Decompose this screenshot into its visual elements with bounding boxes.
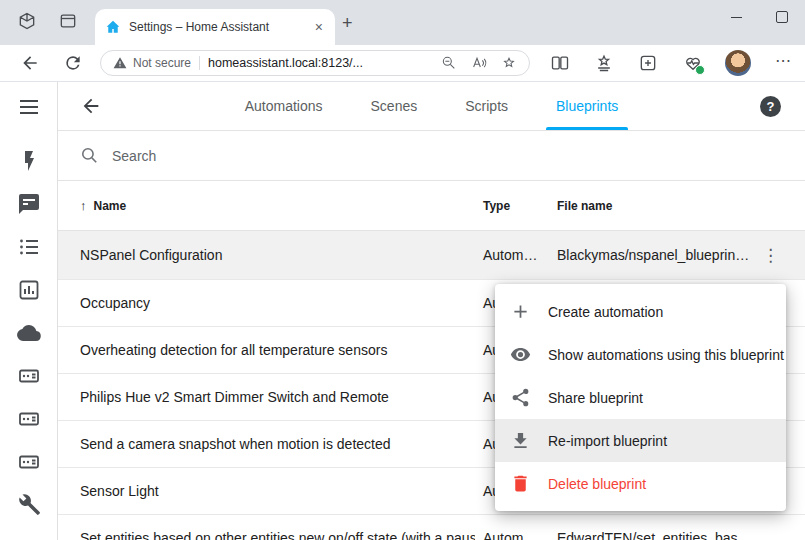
cloud-icon[interactable] [17, 321, 41, 345]
lightning-icon[interactable] [17, 149, 41, 173]
sort-ascending-icon: ↑ [80, 198, 87, 213]
address-bar[interactable]: Not secure homeassistant.local:8123/... [100, 50, 530, 76]
column-name-label: Name [94, 199, 127, 213]
row-type: Autom… [483, 247, 537, 263]
row-file-name: EdwardTEN/set_entities_bas… [557, 530, 752, 540]
minimize-icon [731, 17, 742, 18]
tab-actions-icon[interactable] [58, 11, 80, 33]
security-label[interactable]: Not secure [133, 56, 191, 70]
search-placeholder: Search [112, 148, 156, 164]
server-icon-3[interactable] [17, 450, 41, 474]
table-header: ↑ Name Type File name [58, 181, 805, 231]
address-divider [199, 56, 200, 70]
favorites-hub-icon[interactable] [594, 53, 614, 73]
menu-item-label: Delete blueprint [548, 476, 646, 492]
essentials-status-badge [695, 65, 705, 75]
row-name: Overheating detection for all temperatur… [80, 342, 475, 358]
chat-icon[interactable] [17, 192, 41, 216]
workspaces-icon[interactable] [17, 11, 39, 33]
home-assistant-favicon [105, 19, 121, 35]
row-file-name: Blackymas/nspanel_blueprin… [557, 247, 749, 263]
url-text[interactable]: homeassistant.local:8123/... [208, 56, 363, 70]
share-icon [510, 387, 531, 408]
search-input[interactable]: Search [58, 131, 805, 181]
trash-icon [510, 473, 531, 494]
browser-titlebar: Settings – Home Assistant × + [0, 0, 805, 45]
server-icon-1[interactable] [17, 364, 41, 388]
ha-tab-bar: Automations Scenes Scripts Blueprints [58, 82, 805, 130]
help-icon[interactable]: ? [760, 96, 781, 117]
search-icon [80, 146, 99, 165]
column-header-type[interactable]: Type [483, 181, 510, 230]
menu-item-label: Create automation [548, 304, 663, 320]
menu-hamburger-icon[interactable] [17, 95, 41, 119]
row-overflow-menu-icon[interactable]: ⋮ [756, 243, 785, 268]
zoom-icon[interactable] [441, 55, 457, 71]
plus-icon [510, 301, 531, 322]
tab-scenes[interactable]: Scenes [347, 82, 442, 130]
new-tab-button[interactable]: + [342, 13, 353, 33]
tab-automations[interactable]: Automations [221, 82, 347, 130]
ha-sidebar [0, 82, 58, 540]
menu-item-share-blueprint[interactable]: Share blueprint [495, 376, 786, 419]
menu-item-delete-blueprint[interactable]: Delete blueprint [495, 462, 786, 505]
menu-item-reimport-blueprint[interactable]: Re-import blueprint [495, 419, 786, 462]
tab-title: Settings – Home Assistant [129, 20, 313, 34]
maximize-icon [776, 11, 788, 23]
row-name: NSPanel Configuration [80, 247, 475, 263]
favorite-star-icon[interactable] [501, 55, 517, 71]
read-aloud-icon[interactable] [471, 55, 487, 71]
list-icon[interactable] [17, 235, 41, 259]
profile-avatar[interactable] [725, 50, 751, 76]
ha-header: Automations Scenes Scripts Blueprints ? [58, 82, 805, 131]
wrench-icon[interactable] [17, 493, 41, 517]
eye-icon [510, 344, 531, 365]
minimize-button[interactable] [713, 0, 759, 34]
browser-menu-icon[interactable]: ⋯ [775, 51, 791, 70]
tab-close-icon[interactable]: × [313, 19, 325, 35]
row-type: Autom… [483, 530, 537, 540]
menu-item-label: Re-import blueprint [548, 433, 667, 449]
menu-item-show-automations[interactable]: Show automations using this blueprint [495, 333, 786, 376]
maximize-button[interactable] [759, 0, 805, 34]
chart-icon[interactable] [17, 278, 41, 302]
browser-tab[interactable]: Settings – Home Assistant × [95, 9, 335, 45]
browser-toolbar: Not secure homeassistant.local:8123/... … [0, 45, 805, 82]
collections-add-icon[interactable] [638, 53, 658, 73]
row-name: Set entities based on other entities new… [80, 530, 475, 540]
row-name: Sensor Light [80, 483, 475, 499]
split-screen-icon[interactable] [550, 53, 570, 73]
row-name: Send a camera snapshot when motion is de… [80, 436, 475, 452]
tab-blueprints[interactable]: Blueprints [532, 82, 642, 130]
not-secure-warning-icon [113, 56, 127, 70]
row-name: Philips Hue v2 Smart Dimmer Switch and R… [80, 389, 475, 405]
refresh-button[interactable] [63, 53, 83, 73]
browser-back-button[interactable] [20, 53, 40, 73]
server-icon-2[interactable] [17, 407, 41, 431]
menu-item-create-automation[interactable]: Create automation [495, 290, 786, 333]
tab-scripts[interactable]: Scripts [441, 82, 532, 130]
download-icon [510, 430, 531, 451]
column-header-name[interactable]: ↑ Name [80, 181, 126, 230]
table-row[interactable]: NSPanel Configuration Autom… Blackymas/n… [58, 231, 805, 280]
table-row[interactable]: Set entities based on other entities new… [58, 515, 805, 540]
window-controls [713, 0, 805, 34]
row-name: Occupancy [80, 295, 475, 311]
blueprint-context-menu: Create automation Show automations using… [495, 284, 786, 511]
column-header-file-name[interactable]: File name [557, 181, 612, 230]
menu-item-label: Show automations using this blueprint [548, 347, 784, 363]
menu-item-label: Share blueprint [548, 390, 643, 406]
browser-essentials-icon[interactable] [683, 53, 703, 73]
